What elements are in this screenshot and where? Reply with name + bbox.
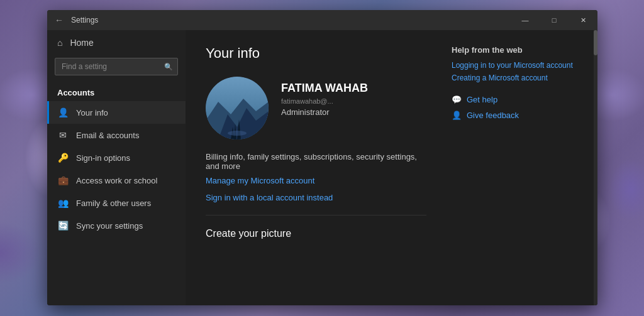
window-title: Settings [71, 16, 98, 25]
profile-section: FATIMA WAHAB fatimawahab@... Administrat… [206, 77, 426, 139]
avatar [206, 77, 269, 139]
main-content: Your info [186, 30, 597, 305]
help-title: Help from the web [452, 45, 577, 55]
maximize-button[interactable]: □ [540, 10, 569, 30]
billing-description: Billing info, family settings, subscript… [206, 152, 426, 171]
create-picture-heading: Create your picture [206, 228, 426, 239]
briefcase-icon: 💼 [57, 175, 69, 185]
scrollbar-track[interactable] [594, 30, 597, 305]
manage-microsoft-account-link[interactable]: Manage my Microsoft account [206, 176, 426, 185]
sidebar-home-label: Home [70, 38, 93, 48]
sidebar-item-label: Sync your settings [76, 221, 143, 231]
sidebar-item-label: Sign-in options [76, 153, 130, 163]
create-picture-section: Create your picture [206, 215, 426, 239]
back-button[interactable]: ← [55, 15, 64, 25]
svg-point-7 [228, 131, 247, 136]
sidebar-item-access-work[interactable]: 💼 Access work or school [47, 169, 186, 192]
help-icon: 💬 [452, 95, 462, 104]
profile-role: Administrator [281, 107, 368, 117]
close-button[interactable]: ✕ [569, 10, 597, 30]
profile-name: FATIMA WAHAB [281, 82, 368, 95]
sidebar-item-your-info[interactable]: 👤 Your info [47, 101, 186, 124]
feedback-icon: 👤 [452, 111, 462, 120]
sidebar-item-label: Access work or school [76, 176, 157, 185]
scrollbar-thumb[interactable] [594, 30, 597, 55]
home-icon: ⌂ [57, 38, 62, 48]
profile-email: fatimawahab@... [281, 97, 368, 105]
search-input[interactable] [55, 58, 178, 75]
sidebar-section-title: Accounts [47, 83, 186, 101]
minimize-button[interactable]: — [511, 10, 540, 30]
get-help-label: Get help [467, 95, 497, 104]
help-from-web: Help from the web Logging in to your Mic… [452, 45, 577, 120]
help-link-create[interactable]: Creating a Microsoft account [452, 74, 577, 82]
sidebar-item-family-users[interactable]: 👥 Family & other users [47, 192, 186, 214]
window-controls: — □ ✕ [511, 10, 597, 30]
sidebar-item-sign-in-options[interactable]: 🔑 Sign-in options [47, 146, 186, 169]
main-left-panel: Your info [206, 45, 426, 290]
settings-window: ← Settings — □ ✕ ⌂ Home 🔍 Accounts 👤 You… [47, 10, 597, 305]
sidebar-item-sync-settings[interactable]: 🔄 Sync your settings [47, 214, 186, 237]
mail-icon: ✉ [57, 130, 69, 140]
page-title: Your info [206, 45, 426, 62]
title-bar: ← Settings — □ ✕ [47, 10, 597, 30]
get-help-button[interactable]: 💬 Get help [452, 95, 577, 104]
content-area: ⌂ Home 🔍 Accounts 👤 Your info ✉ Email & … [47, 30, 597, 305]
profile-info: FATIMA WAHAB fatimawahab@... Administrat… [281, 77, 368, 117]
sync-icon: 🔄 [57, 221, 69, 231]
sidebar-item-email-accounts[interactable]: ✉ Email & accounts [47, 124, 186, 146]
sidebar-item-label: Email & accounts [76, 131, 139, 140]
help-link-login[interactable]: Logging in to your Microsoft account [452, 61, 577, 70]
sidebar-item-label: Family & other users [76, 199, 151, 208]
sidebar-search-container: 🔍 [55, 58, 178, 75]
local-account-link[interactable]: Sign in with a local account instead [206, 193, 426, 202]
help-actions: 💬 Get help 👤 Give feedback [452, 95, 577, 120]
sidebar: ⌂ Home 🔍 Accounts 👤 Your info ✉ Email & … [47, 30, 186, 305]
help-panel: Help from the web Logging in to your Mic… [452, 45, 577, 290]
give-feedback-label: Give feedback [467, 111, 519, 120]
search-icon: 🔍 [164, 63, 173, 71]
key-icon: 🔑 [57, 153, 69, 163]
sidebar-item-home[interactable]: ⌂ Home [47, 30, 186, 55]
person-icon: 👤 [57, 107, 69, 117]
sidebar-item-label: Your info [76, 108, 108, 117]
group-icon: 👥 [57, 198, 69, 208]
give-feedback-button[interactable]: 👤 Give feedback [452, 111, 577, 120]
